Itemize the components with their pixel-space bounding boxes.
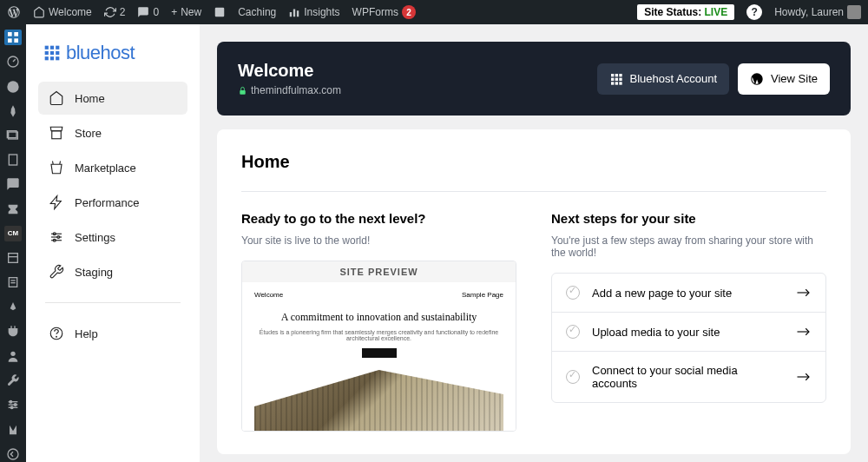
svg-rect-33 bbox=[50, 56, 54, 60]
new-link[interactable]: +New bbox=[171, 6, 201, 18]
svg-rect-26 bbox=[45, 46, 49, 50]
wpforms-link[interactable]: WPForms2 bbox=[352, 5, 416, 19]
svg-rect-45 bbox=[611, 74, 614, 76]
rail-jetpack-icon[interactable] bbox=[4, 78, 22, 94]
hero-title: Welcome bbox=[238, 61, 341, 81]
ready-column: Ready to go to the next level? Your site… bbox=[241, 211, 516, 432]
sidebar-item-home[interactable]: Home bbox=[38, 82, 187, 115]
svg-rect-50 bbox=[619, 77, 621, 80]
rail-pages-icon[interactable] bbox=[4, 152, 22, 168]
site-preview[interactable]: SITE PREVIEW WelcomeSample Page A commit… bbox=[241, 261, 516, 432]
view-site-button[interactable]: View Site bbox=[738, 63, 830, 95]
svg-rect-46 bbox=[615, 74, 617, 76]
insights-link[interactable]: Insights bbox=[288, 6, 339, 18]
rail-comments-icon[interactable] bbox=[4, 176, 22, 192]
preview-cta bbox=[362, 348, 397, 358]
rail-tools-icon[interactable] bbox=[4, 373, 22, 388]
sidebar-label: Settings bbox=[75, 231, 115, 244]
rail-pin-icon[interactable] bbox=[4, 103, 22, 119]
preview-label: SITE PREVIEW bbox=[242, 261, 516, 282]
wp-admin-bar: Welcome 2 0 +New Caching Insights WPForm… bbox=[0, 0, 868, 24]
rail-media-icon[interactable] bbox=[4, 128, 22, 143]
sidebar-item-staging[interactable]: Staging bbox=[38, 255, 187, 288]
steps-list: Add a new page to your site Upload media… bbox=[551, 273, 826, 403]
rail-appearance-icon[interactable] bbox=[4, 299, 22, 314]
step-add-page[interactable]: Add a new page to your site bbox=[552, 274, 825, 313]
sidebar-item-marketplace[interactable]: Marketplace bbox=[38, 151, 187, 184]
svg-point-18 bbox=[10, 352, 15, 356]
caching-link[interactable]: Caching bbox=[238, 6, 276, 18]
arrow-right-icon bbox=[796, 327, 812, 337]
svg-rect-6 bbox=[8, 38, 12, 43]
lock-icon bbox=[238, 86, 247, 96]
new-label: New bbox=[181, 6, 201, 18]
yoast-icon[interactable] bbox=[214, 6, 226, 18]
svg-rect-7 bbox=[14, 38, 18, 43]
svg-rect-5 bbox=[14, 32, 18, 36]
sidebar-label: Home bbox=[75, 92, 105, 105]
svg-rect-28 bbox=[56, 46, 59, 50]
help-icon[interactable]: ? bbox=[746, 4, 762, 20]
svg-rect-3 bbox=[297, 10, 299, 16]
updates-link[interactable]: 2 bbox=[104, 6, 126, 18]
svg-rect-30 bbox=[50, 51, 54, 55]
rail-wpforms-icon[interactable] bbox=[4, 201, 22, 217]
wp-admin-rail: CM bbox=[0, 24, 26, 462]
rail-gauge-icon[interactable] bbox=[4, 54, 22, 69]
insights-label: Insights bbox=[304, 6, 339, 18]
next-steps-column: Next steps for your site You're just a f… bbox=[551, 211, 826, 432]
svg-rect-12 bbox=[9, 155, 16, 165]
bluehost-logo-text: bluehost bbox=[66, 42, 135, 64]
sidebar-item-store[interactable]: Store bbox=[38, 116, 187, 149]
svg-rect-47 bbox=[619, 74, 621, 76]
svg-rect-31 bbox=[56, 51, 59, 55]
rail-dashboard-icon[interactable] bbox=[4, 30, 22, 45]
grid-icon bbox=[609, 72, 623, 86]
comments-link[interactable]: 0 bbox=[137, 6, 159, 18]
comments-count: 0 bbox=[153, 6, 159, 18]
ready-subtext: Your site is live to the world! bbox=[241, 234, 516, 247]
bluehost-sidebar: bluehost Home Store Marketplace Performa… bbox=[26, 24, 200, 462]
rail-plugins-icon[interactable] bbox=[4, 324, 22, 340]
wordpress-icon bbox=[750, 72, 764, 86]
updates-count: 2 bbox=[120, 6, 126, 18]
preview-heading: A commitment to innovation and sustainab… bbox=[254, 311, 503, 324]
sidebar-item-help[interactable]: Help bbox=[38, 317, 187, 350]
site-link[interactable]: Welcome bbox=[33, 6, 92, 18]
next-steps-subtext: You're just a few steps away from sharin… bbox=[551, 234, 826, 259]
rail-templates-icon[interactable] bbox=[4, 250, 22, 266]
svg-rect-0 bbox=[215, 8, 225, 17]
bluehost-logo[interactable]: bluehost bbox=[38, 42, 187, 64]
svg-point-23 bbox=[14, 404, 16, 406]
hero-url: themindfulmax.com bbox=[238, 84, 341, 96]
arrow-right-icon bbox=[796, 372, 812, 382]
check-icon bbox=[566, 286, 580, 300]
step-social-media[interactable]: Connect to your social media accounts bbox=[552, 352, 825, 402]
site-status[interactable]: Site Status: LIVE bbox=[637, 4, 734, 20]
svg-rect-51 bbox=[611, 82, 614, 84]
svg-rect-13 bbox=[9, 254, 18, 263]
step-upload-media[interactable]: Upload media to your site bbox=[552, 313, 825, 352]
bluehost-account-button[interactable]: Bluehost Account bbox=[597, 63, 729, 95]
rail-collapse-icon[interactable] bbox=[4, 446, 22, 462]
arrow-right-icon bbox=[796, 287, 812, 298]
check-icon bbox=[566, 370, 580, 384]
content-area: Welcome themindfulmax.com Bluehost Accou… bbox=[200, 24, 868, 462]
rail-users-icon[interactable] bbox=[4, 348, 22, 364]
svg-rect-1 bbox=[290, 12, 292, 16]
svg-point-43 bbox=[56, 336, 57, 337]
rail-forms-icon[interactable] bbox=[4, 274, 22, 290]
svg-rect-53 bbox=[619, 82, 621, 84]
user-menu[interactable]: Howdy, Lauren bbox=[774, 5, 861, 19]
sidebar-label: Store bbox=[75, 127, 102, 140]
rail-cm-icon[interactable]: CM bbox=[4, 226, 22, 241]
wp-logo-icon[interactable] bbox=[7, 5, 21, 19]
svg-rect-35 bbox=[52, 131, 62, 139]
sidebar-item-performance[interactable]: Performance bbox=[38, 186, 187, 219]
wpforms-label: WPForms bbox=[352, 6, 398, 18]
sidebar-label: Performance bbox=[75, 196, 139, 209]
sidebar-label: Staging bbox=[75, 266, 113, 279]
rail-settings-icon[interactable] bbox=[4, 397, 22, 412]
rail-yoast-icon[interactable] bbox=[4, 422, 22, 438]
sidebar-item-settings[interactable]: Settings bbox=[38, 221, 187, 254]
